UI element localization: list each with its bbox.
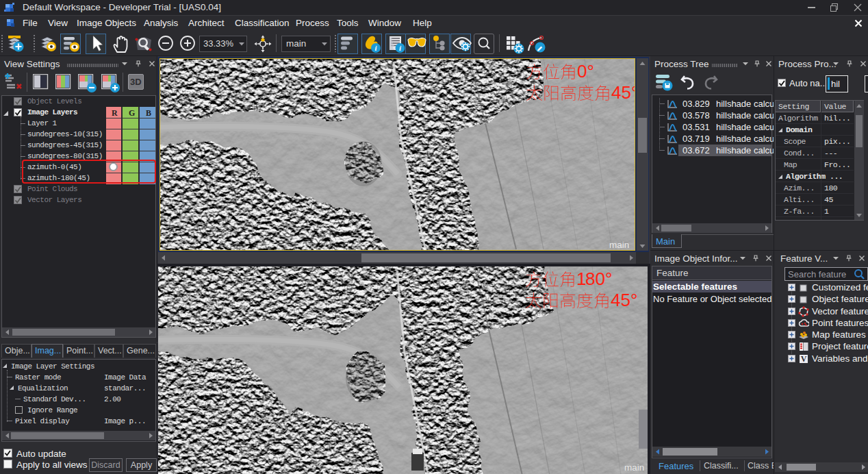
svg-text:°: °: [630, 290, 637, 310]
svg-text:°: °: [631, 82, 635, 103]
svg-text:V: V: [801, 354, 807, 364]
svg-text:5: 5: [622, 82, 631, 103]
svg-text:0: 0: [577, 61, 587, 82]
svg-text:4: 4: [611, 290, 620, 310]
svg-text:main: main: [609, 240, 629, 250]
svg-text:4: 4: [611, 82, 621, 103]
svg-text:0: 0: [596, 269, 605, 289]
svg-text:5: 5: [621, 290, 630, 310]
svg-text:°: °: [587, 61, 594, 82]
svg-text:main: main: [624, 462, 644, 473]
svg-text:8: 8: [585, 269, 595, 289]
svg-text:°: °: [605, 269, 612, 289]
